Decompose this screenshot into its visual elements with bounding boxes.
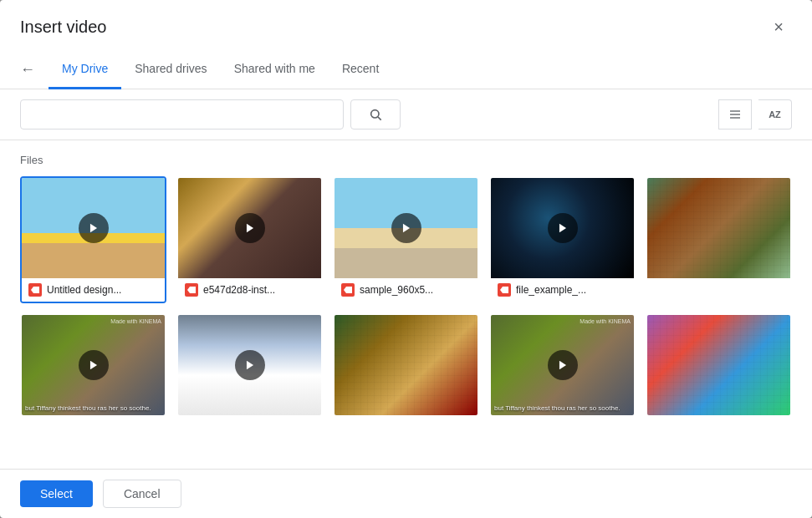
file-name-text: e547d2d8-inst... bbox=[203, 284, 314, 296]
file-name-bar: sample_960x5... bbox=[335, 278, 477, 302]
svg-marker-9 bbox=[89, 361, 96, 370]
search-input[interactable] bbox=[20, 99, 344, 130]
play-icon bbox=[88, 359, 100, 371]
video-logo: Made with KINEMA bbox=[580, 318, 631, 324]
file-type-icon bbox=[185, 283, 198, 297]
file-name-bar: Untitled design... bbox=[22, 278, 165, 302]
select-button[interactable]: Select bbox=[20, 480, 93, 507]
content-area: Files Untitled design...e547d2d8-inst...… bbox=[0, 140, 812, 469]
play-icon bbox=[557, 222, 569, 234]
file-card[interactable]: sample_960x5... bbox=[333, 176, 479, 303]
file-card[interactable] bbox=[646, 176, 792, 303]
dialog-footer: Select Cancel bbox=[0, 469, 812, 518]
file-name-text: file_example_... bbox=[516, 284, 627, 296]
tab-my-drive[interactable]: My Drive bbox=[49, 50, 121, 89]
file-thumbnail bbox=[335, 315, 477, 415]
file-card[interactable]: Made with KINEMAbut Tiffany thinkest tho… bbox=[489, 313, 636, 417]
video-logo: Made with KINEMA bbox=[110, 318, 161, 324]
dialog-header: Insert video × bbox=[0, 0, 812, 50]
svg-point-0 bbox=[370, 110, 378, 118]
file-card[interactable] bbox=[333, 313, 479, 417]
pixel-overlay bbox=[335, 315, 477, 415]
play-icon bbox=[88, 222, 100, 234]
file-name-bar: e547d2d8-inst... bbox=[178, 278, 321, 302]
list-view-button[interactable] bbox=[718, 99, 752, 130]
file-card[interactable] bbox=[646, 313, 792, 417]
list-view-icon bbox=[728, 108, 742, 121]
search-button[interactable] bbox=[350, 99, 401, 130]
file-card[interactable]: Untitled design... bbox=[20, 176, 166, 303]
file-card[interactable]: file_example_... bbox=[489, 176, 636, 303]
play-button[interactable] bbox=[548, 350, 578, 380]
sort-icon: AZ bbox=[769, 109, 781, 119]
tab-shared-with-me[interactable]: Shared with me bbox=[221, 50, 329, 89]
file-thumbnail bbox=[178, 178, 321, 278]
file-thumbnail bbox=[178, 315, 321, 415]
file-thumbnail bbox=[647, 315, 790, 415]
file-thumbnail bbox=[22, 178, 165, 278]
svg-rect-4 bbox=[730, 117, 740, 118]
file-thumbnail: Made with KINEMAbut Tiffany thinkest tho… bbox=[491, 315, 634, 415]
file-type-icon bbox=[28, 283, 42, 297]
files-section-label: Files bbox=[20, 154, 792, 166]
file-card[interactable] bbox=[176, 313, 323, 417]
play-icon bbox=[244, 222, 256, 234]
video-overlay-text: but Tiffany thinkest thou ras her so soo… bbox=[25, 404, 161, 412]
files-grid: Untitled design...e547d2d8-inst...sample… bbox=[20, 176, 792, 417]
svg-marker-10 bbox=[246, 361, 253, 370]
file-thumbnail bbox=[491, 178, 634, 278]
play-icon bbox=[557, 359, 569, 371]
file-card[interactable]: Made with KINEMAbut Tiffany thinkest tho… bbox=[20, 313, 166, 417]
play-button[interactable] bbox=[548, 213, 578, 243]
file-name-text: Untitled design... bbox=[47, 284, 158, 296]
file-type-icon bbox=[498, 283, 511, 297]
svg-marker-8 bbox=[559, 224, 565, 233]
tabs-bar: ← My Drive Shared drives Shared with me … bbox=[0, 50, 812, 89]
sort-button[interactable]: AZ bbox=[758, 99, 792, 130]
svg-marker-6 bbox=[246, 224, 253, 233]
play-icon bbox=[401, 222, 412, 234]
insert-video-dialog: Insert video × ← My Drive Shared drives … bbox=[0, 0, 812, 518]
play-button[interactable] bbox=[391, 213, 421, 243]
svg-rect-2 bbox=[730, 110, 740, 111]
cancel-button[interactable]: Cancel bbox=[103, 480, 181, 508]
svg-marker-5 bbox=[89, 224, 96, 233]
play-button[interactable] bbox=[235, 213, 265, 243]
video-overlay-text: but Tiffany thinkest thou ras her so soo… bbox=[494, 404, 631, 412]
play-button[interactable] bbox=[79, 213, 109, 243]
file-thumbnail bbox=[647, 178, 790, 278]
svg-rect-3 bbox=[730, 114, 740, 114]
svg-marker-11 bbox=[559, 361, 565, 370]
play-icon bbox=[244, 359, 256, 371]
tab-recent[interactable]: Recent bbox=[329, 50, 392, 89]
file-card[interactable]: e547d2d8-inst... bbox=[176, 176, 323, 303]
file-name-text: sample_960x5... bbox=[360, 284, 471, 296]
file-thumbnail bbox=[335, 178, 477, 278]
file-thumbnail: Made with KINEMAbut Tiffany thinkest tho… bbox=[22, 315, 165, 415]
dialog-title: Insert video bbox=[20, 18, 106, 37]
svg-line-1 bbox=[378, 117, 381, 120]
file-name-bar: file_example_... bbox=[491, 278, 634, 302]
file-type-icon bbox=[341, 283, 355, 297]
tab-shared-drives[interactable]: Shared drives bbox=[121, 50, 220, 89]
pixel-overlay bbox=[647, 315, 790, 415]
search-icon bbox=[369, 108, 382, 121]
close-button[interactable]: × bbox=[765, 13, 792, 40]
toolbar: AZ bbox=[0, 89, 812, 140]
pixel-overlay bbox=[647, 178, 790, 278]
back-button[interactable]: ← bbox=[20, 61, 35, 79]
play-button[interactable] bbox=[79, 350, 109, 380]
play-button[interactable] bbox=[235, 350, 265, 380]
svg-marker-7 bbox=[402, 224, 409, 233]
